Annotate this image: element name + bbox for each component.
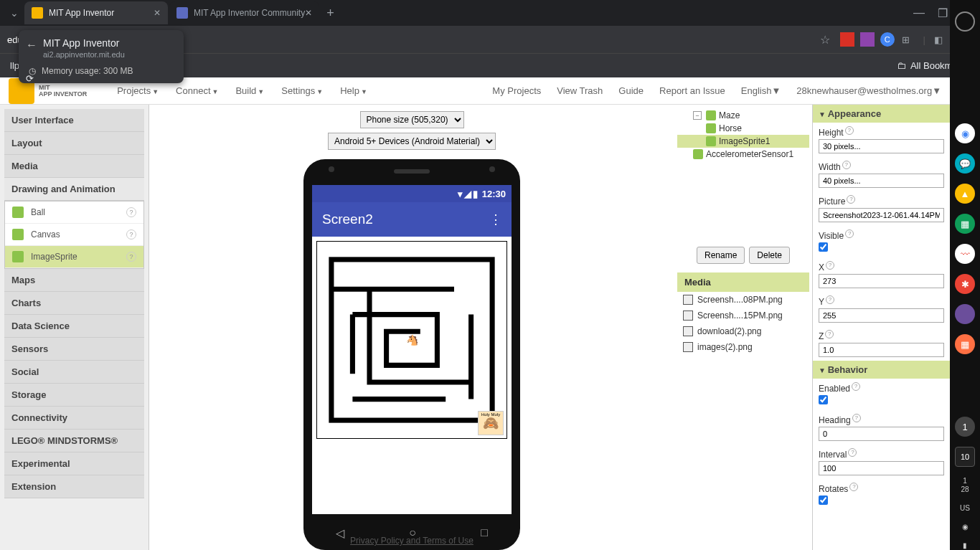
horse-sprite[interactable]: 🐴 [406,334,418,346]
palette-category[interactable]: Maps [4,269,144,292]
tab-dropdown-icon[interactable]: ⌄ [4,3,24,23]
imagesprite1[interactable]: Holy Moly 🙈 [478,411,504,435]
help-icon[interactable]: ? [126,252,136,262]
battery-icon[interactable]: ▮ [963,541,967,550]
os-lang[interactable]: US [960,504,970,513]
palette-item[interactable]: ImageSprite? [5,246,143,268]
media-item[interactable]: images(2).png [677,339,809,355]
menu-build[interactable]: Build▼ [235,85,264,96]
palette-category[interactable]: Data Science [4,315,144,338]
help-icon[interactable]: ? [826,261,834,270]
property-input[interactable] [819,308,944,323]
notification-badge[interactable]: 1 [955,417,975,437]
browser-tab-1[interactable]: MIT App Inventor ✕ [24,1,168,24]
theme-select[interactable]: Android 5+ Devices (Android Material) [328,133,496,150]
maximize-icon[interactable]: ❐ [938,6,948,20]
minimize-icon[interactable]: — [913,6,925,20]
help-icon[interactable]: ? [845,229,854,238]
back-icon[interactable]: ← [26,39,37,52]
menu-help[interactable]: Help▼ [340,85,367,96]
nav-recent-icon[interactable]: □ [481,526,488,540]
palette-category[interactable]: Layout [4,132,144,155]
phone-screen[interactable]: ▾ ◢ ▮ 12:30 Screen2 ⋮ [312,185,512,514]
new-tab-button[interactable]: + [321,6,340,21]
extension-icon[interactable] [860,32,875,47]
palette-category[interactable]: LEGO® MINDSTORMS® [4,430,144,452]
palette-category[interactable]: Connectivity [4,407,144,430]
menu-account[interactable]: 28knewhauser@westholmes.org▼ [796,85,941,96]
help-icon[interactable]: ? [826,295,834,304]
help-icon[interactable]: ? [842,161,851,169]
menu-projects[interactable]: Projects▼ [117,85,159,96]
media-item[interactable]: Screensh....15PM.png [677,308,809,323]
palette-category[interactable]: Extension [4,475,144,498]
collapse-icon[interactable]: − [693,111,702,120]
extension-icon[interactable]: C [880,32,895,47]
star-icon[interactable]: ☆ [820,33,830,47]
chrome-icon[interactable]: ◉ [955,123,975,143]
help-icon[interactable]: ? [852,414,861,422]
property-input[interactable] [819,274,944,288]
chat-icon[interactable]: 💬 [955,153,975,174]
palette-category[interactable]: Storage [4,384,144,407]
menu-connect[interactable]: Connect▼ [176,85,218,96]
link-my-projects[interactable]: My Projects [492,85,541,96]
media-item[interactable]: Screensh....08PM.png [677,292,809,308]
tree-item[interactable]: ImageSprite1 [677,135,809,148]
rename-button[interactable]: Rename [697,247,745,264]
palette-category[interactable]: Sensors [4,338,144,361]
close-icon[interactable]: ✕ [305,8,312,18]
os-date[interactable]: 128 [961,477,969,494]
palette-category[interactable]: Drawing and Animation [4,178,144,201]
help-icon[interactable]: ? [852,382,860,391]
sidepanel-icon[interactable]: ◧ [934,34,947,45]
property-checkbox[interactable] [819,395,828,404]
more-icon[interactable]: ⋮ [489,212,501,227]
delete-button[interactable]: Delete [749,247,790,264]
reload-icon[interactable]: ⟳ [26,73,34,84]
help-icon[interactable]: ? [847,195,855,204]
section-appearance[interactable]: Appearance [813,105,950,123]
app-icon[interactable]: ✱ [955,274,975,294]
help-icon[interactable]: ? [825,330,834,338]
property-checkbox[interactable] [819,496,828,505]
property-checkbox[interactable] [819,242,828,252]
palette-category[interactable]: Charts [4,292,144,315]
wifi-icon[interactable]: ◉ [962,523,969,531]
media-item[interactable]: download(2).png [677,323,809,339]
palette-item[interactable]: Ball? [5,201,143,224]
nav-back-icon[interactable]: ◁ [336,526,344,540]
help-icon[interactable]: ? [126,229,136,240]
section-behavior[interactable]: Behavior [813,361,950,379]
app-icon[interactable]: 〰 [955,244,975,264]
canvas-maze[interactable]: 🐴 Holy Moly 🙈 [316,241,507,439]
palette-category[interactable]: Social [4,361,144,384]
link-guide[interactable]: Guide [618,85,644,96]
help-icon[interactable]: ? [845,126,854,135]
drive-icon[interactable]: ▲ [955,184,975,204]
menu-settings[interactable]: Settings▼ [281,85,323,96]
os-launcher-icon[interactable] [955,11,975,32]
footer-link[interactable]: Privacy Policy and Terms of Use [350,536,473,546]
extension-icon[interactable] [840,32,854,47]
property-input[interactable] [819,174,944,188]
app-icon[interactable] [955,304,975,324]
property-input[interactable] [819,208,944,222]
palette-category[interactable]: Media [4,155,144,178]
help-icon[interactable]: ? [126,207,136,217]
link-view-trash[interactable]: View Trash [557,85,603,96]
tree-item[interactable]: AccelerometerSensor1 [677,148,809,161]
browser-tab-2[interactable]: MIT App Inventor Community ✕ [169,1,319,24]
property-input[interactable] [819,343,944,357]
tree-item[interactable]: Horse [677,122,809,135]
palette-category[interactable]: Experimental [4,452,144,475]
palette-category[interactable]: User Interface [4,109,144,132]
link-report-issue[interactable]: Report an Issue [659,85,725,96]
help-icon[interactable]: ? [849,483,858,491]
tree-item[interactable]: −Maze [677,109,809,122]
menu-language[interactable]: English▼ [741,85,781,96]
property-input[interactable] [819,139,944,153]
property-input[interactable] [819,427,944,441]
phone-size-select[interactable]: Phone size (505,320) [360,111,464,128]
help-icon[interactable]: ? [848,448,857,457]
